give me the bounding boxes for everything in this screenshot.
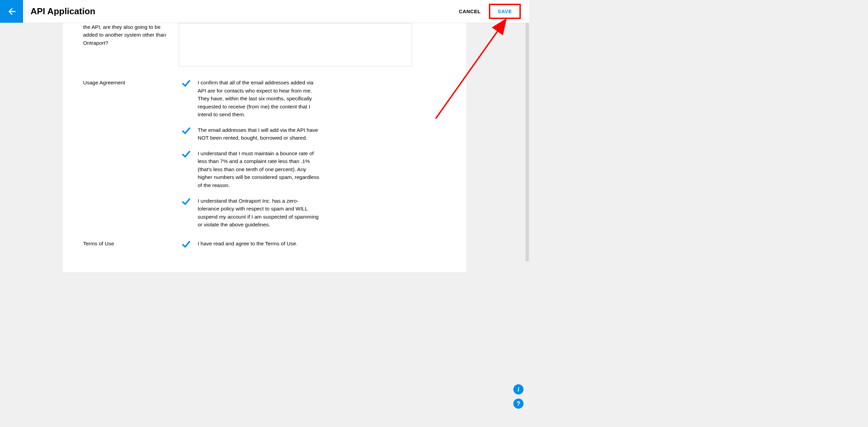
usage-agreement-item: I understand that Ontraport Inc. has a z… bbox=[181, 197, 412, 229]
usage-agreement-text: I confirm that all of the email addresse… bbox=[198, 79, 320, 119]
usage-agreement-item: I confirm that all of the email addresse… bbox=[181, 79, 412, 119]
usage-agreement-item: I understand that I must maintain a boun… bbox=[181, 149, 412, 189]
save-button[interactable]: SAVE bbox=[489, 4, 521, 19]
floating-help-buttons: i ? bbox=[513, 384, 524, 409]
terms-of-use-row: Terms of Use I have read and agree to th… bbox=[83, 240, 412, 248]
usage-agreement-label: Usage Agreement bbox=[83, 79, 181, 86]
info-fab[interactable]: i bbox=[513, 384, 524, 394]
terms-of-use-text: I have read and agree to the Terms of Us… bbox=[198, 240, 297, 248]
topbar-actions: CANCEL SAVE bbox=[459, 0, 529, 23]
checkmark-icon[interactable] bbox=[181, 198, 190, 206]
help-icon: ? bbox=[516, 400, 520, 407]
checkmark-icon[interactable] bbox=[181, 127, 190, 135]
info-icon: i bbox=[517, 386, 519, 393]
usage-agreement-item: The email addresses that I will add via … bbox=[181, 126, 412, 142]
checkmark-icon[interactable] bbox=[181, 79, 190, 87]
top-bar: API Application CANCEL SAVE bbox=[0, 0, 529, 23]
scrollbar[interactable] bbox=[526, 23, 529, 261]
usage-agreement-text: I understand that I must maintain a boun… bbox=[198, 149, 320, 189]
usage-agreement-text: I understand that Ontraport Inc. has a z… bbox=[198, 197, 320, 229]
form-card: the API, are they also going to be added… bbox=[63, 23, 466, 272]
terms-of-use-label: Terms of Use bbox=[83, 240, 181, 247]
usage-agreement-row: Usage Agreement I confirm that all of th… bbox=[83, 79, 412, 229]
checkmark-icon[interactable] bbox=[181, 150, 190, 158]
checkmark-icon[interactable] bbox=[181, 240, 190, 248]
cancel-button[interactable]: CANCEL bbox=[459, 8, 481, 14]
question-other-system-label: the API, are they also going to be added… bbox=[83, 23, 179, 47]
help-fab[interactable]: ? bbox=[513, 399, 524, 409]
terms-of-use-item: I have read and agree to the Terms of Us… bbox=[181, 240, 412, 248]
back-button[interactable] bbox=[0, 0, 23, 23]
page-title: API Application bbox=[23, 0, 95, 23]
question-other-system-textarea[interactable] bbox=[179, 23, 412, 66]
question-other-system-row: the API, are they also going to be added… bbox=[83, 23, 412, 68]
arrow-left-icon bbox=[7, 7, 16, 16]
usage-agreement-text: The email addresses that I will add via … bbox=[198, 126, 320, 142]
